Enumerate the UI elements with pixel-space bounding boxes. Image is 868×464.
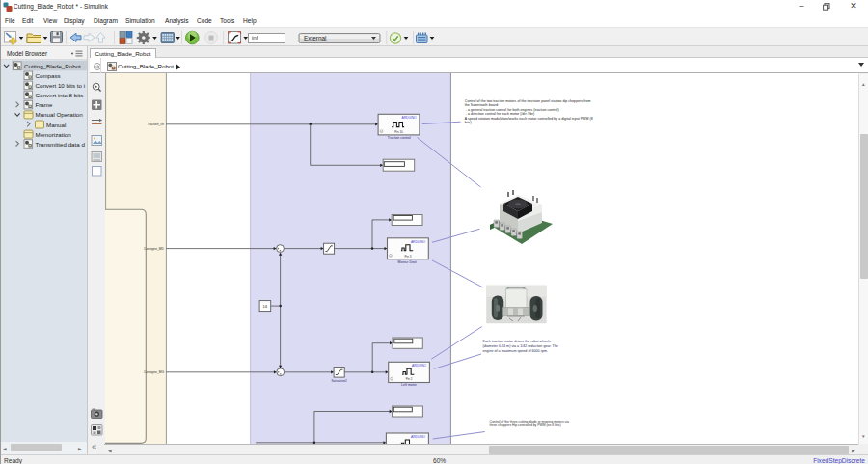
svg-text:Pin 10: Pin 10 bbox=[394, 130, 403, 134]
svg-text:Manual Operation: Manual Operation bbox=[36, 111, 84, 118]
svg-text:Convert 10 bits to i: Convert 10 bits to i bbox=[36, 82, 86, 89]
svg-text:inf: inf bbox=[252, 34, 258, 41]
svg-text:Pin 3: Pin 3 bbox=[404, 255, 411, 259]
svg-text:ARDUINO: ARDUINO bbox=[411, 240, 426, 244]
svg-text:ARDUINO: ARDUINO bbox=[401, 116, 417, 120]
svg-text:Pin 2: Pin 2 bbox=[406, 377, 413, 381]
svg-text:External: External bbox=[304, 35, 326, 41]
svg-text:1/4: 1/4 bbox=[263, 305, 268, 309]
svg-text:Consigne_MD: Consigne_MD bbox=[144, 247, 165, 251]
svg-text:Frame: Frame bbox=[36, 101, 53, 108]
svg-text:Left motor: Left motor bbox=[401, 383, 418, 387]
svg-text:Traction control: Traction control bbox=[388, 136, 411, 140]
svg-text:Compass: Compass bbox=[36, 72, 61, 79]
svg-text:ARDUINO: ARDUINO bbox=[412, 364, 427, 368]
svg-text:Saturation2: Saturation2 bbox=[331, 379, 347, 383]
svg-text:Moteur Droit: Moteur Droit bbox=[398, 260, 417, 264]
svg-text:Consigne_MG: Consigne_MG bbox=[144, 370, 165, 374]
svg-text:Each traction motor drives the: Each traction motor drives the robot whe… bbox=[483, 340, 558, 354]
svg-text:Convert into 8 bits: Convert into 8 bits bbox=[36, 92, 84, 98]
svg-text:Traction_Gr: Traction_Gr bbox=[148, 123, 165, 126]
svg-text:Cutting_Blade_Robot: Cutting_Blade_Robot bbox=[24, 63, 81, 69]
svg-text:Memorization: Memorization bbox=[36, 131, 72, 138]
svg-text:Transmitted data d: Transmitted data d bbox=[36, 141, 86, 148]
svg-text:Manual: Manual bbox=[46, 122, 66, 128]
svg-text:Control of the three cutting b: Control of the three cutting blade or mo… bbox=[490, 420, 569, 428]
svg-text:ARDUINO: ARDUINO bbox=[411, 435, 426, 439]
